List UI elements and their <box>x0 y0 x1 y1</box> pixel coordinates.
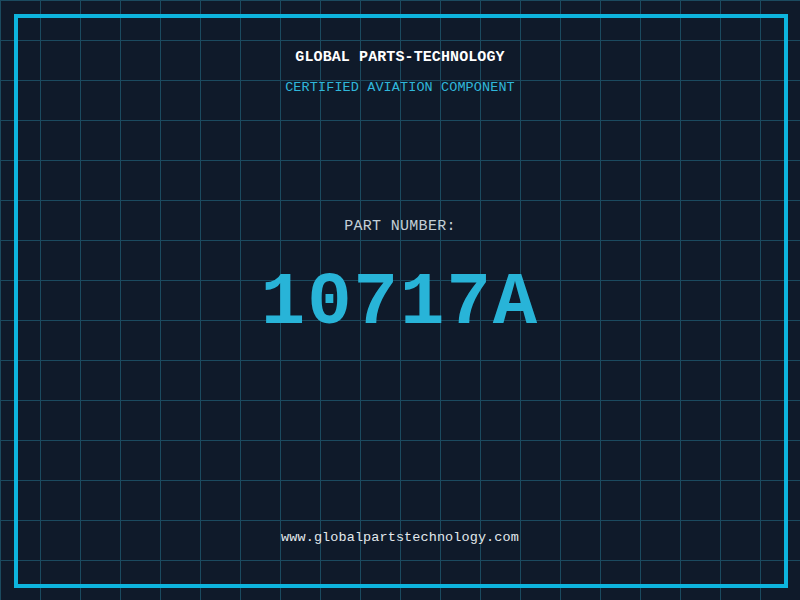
part-number-label: PART NUMBER: <box>0 219 800 235</box>
website-url: www.globalpartstechnology.com <box>0 531 800 545</box>
company-name: GLOBAL PARTS-TECHNOLOGY <box>0 50 800 65</box>
certification-subtitle: CERTIFIED AVIATION COMPONENT <box>0 81 800 95</box>
part-label-page: GLOBAL PARTS-TECHNOLOGY CERTIFIED AVIATI… <box>0 0 800 600</box>
part-number-value: 10717A <box>0 266 800 340</box>
